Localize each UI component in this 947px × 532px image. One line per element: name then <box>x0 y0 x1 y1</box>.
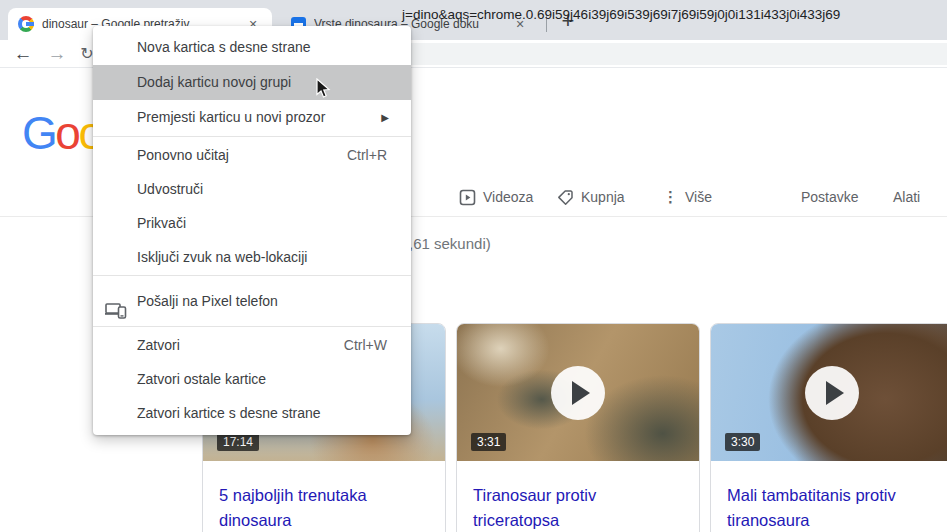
play-icon <box>805 366 859 420</box>
menu-separator <box>93 136 411 137</box>
menu-item-add-tab-to-new-group[interactable]: Dodaj karticu novoj grupi <box>93 65 411 100</box>
video-duration-badge: 3:30 <box>725 433 760 451</box>
tab-context-menu: Nova kartica s desne strane Dodaj kartic… <box>93 26 411 435</box>
video-thumbnail[interactable]: 3:31 <box>457 324 699 461</box>
mouse-cursor-icon <box>313 78 331 104</box>
menu-item-label: Pošalji na Pixel telefon <box>137 293 278 309</box>
google-favicon-icon <box>18 16 34 32</box>
menu-item-label: Ponovno učitaj <box>137 147 229 163</box>
tools-link-label: Alati <box>893 189 920 205</box>
result-stats: ,61 sekundi) <box>409 235 491 252</box>
menu-shortcut: Ctrl+W <box>344 328 387 362</box>
video-icon <box>459 189 476 206</box>
menu-item-new-tab-to-right[interactable]: Nova kartica s desne strane <box>93 30 411 65</box>
menu-item-label: Zatvori <box>137 337 180 353</box>
menu-item-send-to-pixel[interactable]: Pošalji na Pixel telefon <box>93 277 411 325</box>
tools-link[interactable]: Alati <box>893 186 920 208</box>
tab-shopping-label: Kupnja <box>581 189 625 205</box>
back-icon[interactable]: ← <box>10 40 36 68</box>
settings-link[interactable]: Postavke <box>801 186 859 208</box>
menu-item-close-tabs-to-right[interactable]: Zatvori kartice s desne strane <box>93 396 411 430</box>
shopping-tag-icon <box>557 189 574 206</box>
menu-item-duplicate[interactable]: Udvostruči <box>93 172 411 206</box>
menu-separator <box>93 275 411 276</box>
menu-shortcut: Ctrl+R <box>347 138 387 172</box>
tab-shopping[interactable]: Kupnja <box>557 186 625 208</box>
play-icon <box>551 366 605 420</box>
video-card[interactable]: 3:31 Tiranosaur protiv triceratopsa <box>456 323 700 532</box>
submenu-arrow-icon: ▶ <box>381 100 389 135</box>
tab-more[interactable]: ⋮ Više <box>663 186 712 208</box>
browser-window: Goog e Videoza Kupnja ⋮ Više <box>0 0 947 532</box>
video-title-link[interactable]: Tiranosaur protiv triceratopsa <box>473 483 683 532</box>
google-logo-letter: G <box>22 106 55 160</box>
menu-item-reload[interactable]: Ponovno učitaj Ctrl+R <box>93 138 411 172</box>
video-card[interactable]: 3:30 Mali tambatitanis protiv tiranosaur… <box>710 323 947 532</box>
more-vert-icon: ⋮ <box>663 188 678 206</box>
menu-item-close-other-tabs[interactable]: Zatvori ostale kartice <box>93 362 411 396</box>
menu-item-mute-site[interactable]: Isključi zvuk na web-lokaciji <box>93 240 411 274</box>
video-duration-badge: 3:31 <box>471 433 506 451</box>
menu-item-label: Premjesti karticu u novi prozor <box>137 109 325 125</box>
menu-item-pin[interactable]: Prikvači <box>93 206 411 240</box>
forward-icon: → <box>44 40 70 68</box>
tab-videos[interactable]: Videoza <box>459 186 533 208</box>
video-title-link[interactable]: 5 najboljih trenutaka dinosaura <box>219 483 429 532</box>
video-thumbnail[interactable]: 3:30 <box>711 324 947 461</box>
google-logo-letter: o <box>55 106 78 160</box>
video-duration-badge: 17:14 <box>217 433 259 451</box>
tab-more-label: Više <box>685 189 712 205</box>
menu-item-move-tab-to-new-window[interactable]: Premjesti karticu u novi prozor ▶ <box>93 100 411 135</box>
url-text: j=dino&aqs=chrome.0.69i59j46i39j69i539j6… <box>402 7 840 22</box>
tab-videos-label: Videoza <box>483 189 533 205</box>
video-title-link[interactable]: Mali tambatitanis protiv tiranosaura <box>727 483 937 532</box>
menu-separator <box>93 326 411 327</box>
settings-link-label: Postavke <box>801 189 859 205</box>
menu-item-close[interactable]: Zatvori Ctrl+W <box>93 328 411 362</box>
